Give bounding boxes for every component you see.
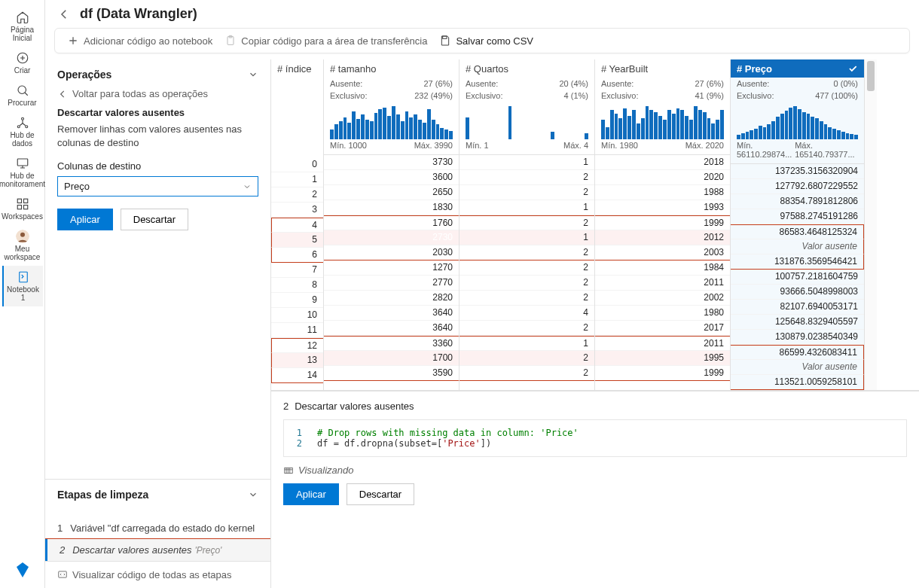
- cell[interactable]: 2: [460, 215, 594, 230]
- nav-data-hub[interactable]: Hub de dados: [2, 111, 43, 152]
- nav-home[interactable]: Página Inicial: [2, 6, 43, 47]
- cell[interactable]: 7: [271, 263, 323, 278]
- cell[interactable]: 8: [271, 278, 323, 293]
- cell[interactable]: 4: [271, 218, 323, 233]
- cell[interactable]: 2012: [595, 230, 730, 245]
- cell[interactable]: 2: [460, 276, 594, 291]
- scrollbar[interactable]: [865, 59, 877, 390]
- operations-title[interactable]: Operações: [57, 69, 258, 81]
- save-csv-button[interactable]: Salvar como CSV: [439, 35, 533, 47]
- cell[interactable]: 3640: [324, 321, 459, 336]
- column-header[interactable]: # YearBuilt: [595, 59, 730, 78]
- cell[interactable]: 4: [460, 306, 594, 321]
- cell[interactable]: 1700: [324, 351, 459, 366]
- cell[interactable]: 10: [271, 308, 323, 323]
- cell[interactable]: 2650: [324, 185, 459, 200]
- cell[interactable]: 86583.4648125324: [731, 224, 864, 239]
- cell[interactable]: 2820: [324, 291, 459, 306]
- cell[interactable]: 1999: [595, 215, 730, 230]
- cell[interactable]: 125648.8329405597: [731, 315, 864, 330]
- nav-workspaces[interactable]: Workspaces: [2, 193, 43, 225]
- cell[interactable]: 113521.0059258101: [731, 375, 864, 390]
- cell[interactable]: 2003: [595, 245, 730, 260]
- cell[interactable]: 3600: [324, 170, 459, 185]
- step-2[interactable]: 2 Descartar valores ausentes'Preço': [45, 539, 270, 561]
- cell[interactable]: 2: [460, 260, 594, 276]
- cell[interactable]: 1760: [324, 215, 459, 230]
- cell[interactable]: Valor ausente: [731, 239, 864, 254]
- cell[interactable]: 1999: [595, 366, 730, 381]
- step-1[interactable]: 1 Variável "df carregada do estado do ke…: [45, 517, 270, 539]
- target-columns-select[interactable]: Preço: [57, 176, 258, 197]
- cell[interactable]: 1988: [595, 185, 730, 200]
- cell[interactable]: 3730: [324, 155, 459, 170]
- cell[interactable]: Valor ausente: [731, 360, 864, 375]
- back-arrow-icon[interactable]: [57, 8, 71, 21]
- cell[interactable]: 2: [460, 245, 594, 260]
- cell[interactable]: 82107.6940053171: [731, 300, 864, 315]
- discard-button[interactable]: Descartar: [121, 209, 188, 230]
- copy-code-button[interactable]: Copiar código para a área de transferênc…: [224, 35, 427, 47]
- cell[interactable]: 2770: [324, 276, 459, 291]
- column-header[interactable]: # Quartos: [460, 59, 594, 78]
- cell[interactable]: 88354.7891812806: [731, 194, 864, 209]
- cell[interactable]: 6: [271, 248, 323, 263]
- cell[interactable]: 1993: [595, 200, 730, 215]
- cell[interactable]: 3360: [324, 336, 459, 351]
- cell[interactable]: 2030: [324, 245, 459, 260]
- code-block[interactable]: 1# Drop rows with missing data in column…: [283, 419, 907, 457]
- cell[interactable]: 1984: [595, 260, 730, 276]
- cell[interactable]: 11: [271, 323, 323, 338]
- cell[interactable]: 2: [460, 351, 594, 366]
- cell[interactable]: 2002: [595, 291, 730, 306]
- cell[interactable]: 14: [271, 368, 323, 383]
- cell[interactable]: 86599.4326083411: [731, 345, 864, 360]
- cell[interactable]: 2018: [595, 155, 730, 170]
- code-apply-button[interactable]: Aplicar: [283, 483, 339, 505]
- add-code-button[interactable]: Adicionar código ao notebook: [67, 35, 212, 47]
- cell[interactable]: 2020: [595, 170, 730, 185]
- cell[interactable]: 12: [271, 338, 323, 353]
- cell[interactable]: 2011: [595, 276, 730, 291]
- cell[interactable]: 1: [460, 230, 594, 245]
- cell[interactable]: 5: [271, 233, 323, 248]
- nav-browse[interactable]: Procurar: [2, 79, 43, 111]
- cell[interactable]: 1830: [324, 200, 459, 215]
- cell[interactable]: 2011: [595, 336, 730, 351]
- cell[interactable]: 13: [271, 353, 323, 368]
- column-header[interactable]: # tamanho: [324, 59, 459, 78]
- cell[interactable]: 2: [460, 366, 594, 381]
- cell[interactable]: 2: [460, 291, 594, 306]
- cell[interactable]: 1995: [595, 351, 730, 366]
- cell[interactable]: 131876.3569546421: [731, 254, 864, 270]
- cell[interactable]: 93666.5048998003: [731, 285, 864, 300]
- back-to-operations[interactable]: Voltar para todas as operações: [57, 88, 258, 99]
- cell[interactable]: 1: [271, 172, 323, 187]
- column-header-selected[interactable]: # Preço: [731, 59, 864, 78]
- cell[interactable]: 130879.0238540349: [731, 330, 864, 345]
- cell[interactable]: 2: [460, 170, 594, 185]
- cell[interactable]: 2: [271, 187, 323, 203]
- view-all-code-button[interactable]: Visualizar código de todas as etapas: [45, 561, 270, 588]
- code-discard-button[interactable]: Descartar: [347, 483, 414, 505]
- cell[interactable]: 3590: [324, 366, 459, 381]
- nav-create[interactable]: Criar: [2, 47, 43, 79]
- cell[interactable]: 2017: [595, 321, 730, 336]
- cell[interactable]: 0: [271, 157, 323, 172]
- cell[interactable]: 3640: [324, 306, 459, 321]
- cell[interactable]: 1270: [324, 260, 459, 276]
- cell[interactable]: 9: [271, 293, 323, 308]
- cell[interactable]: 1980: [595, 306, 730, 321]
- steps-title[interactable]: Etapas de limpeza: [57, 489, 258, 501]
- cell[interactable]: 1: [460, 336, 594, 351]
- cell[interactable]: 1: [460, 155, 594, 170]
- cell[interactable]: 97588.2745191286: [731, 209, 864, 224]
- cell[interactable]: 2: [460, 185, 594, 200]
- nav-my-workspace[interactable]: Meu workspace: [2, 225, 43, 266]
- column-header-index[interactable]: # índice: [271, 59, 323, 78]
- cell[interactable]: 2: [460, 321, 594, 336]
- apply-button[interactable]: Aplicar: [57, 209, 113, 230]
- nav-notebook[interactable]: Notebook 1: [2, 266, 43, 306]
- nav-monitor-hub[interactable]: Hub de monitorament: [2, 152, 43, 193]
- cell[interactable]: 2730: [324, 230, 459, 245]
